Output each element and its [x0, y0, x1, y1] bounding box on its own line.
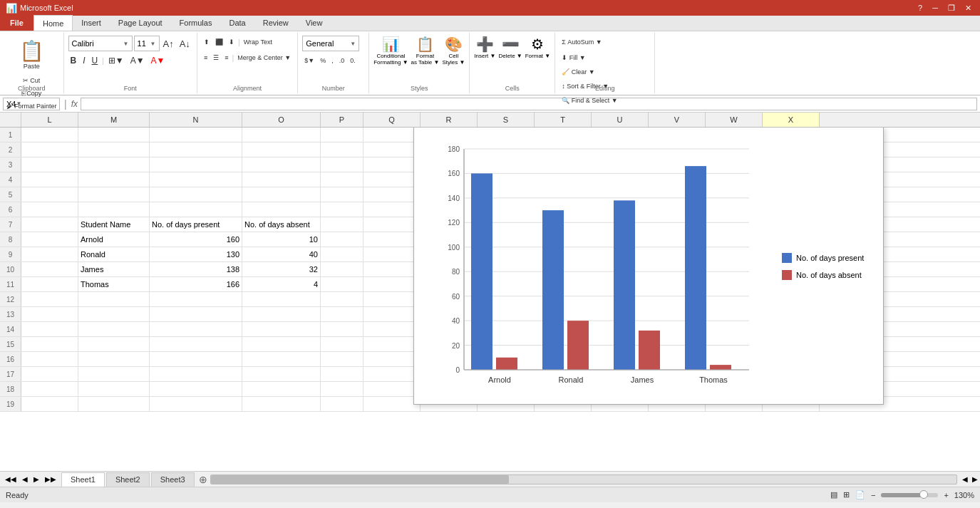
row-num-17[interactable]: 17: [0, 367, 21, 381]
zoom-out-btn[interactable]: −: [871, 491, 875, 499]
cell-Q1[interactable]: [363, 128, 421, 142]
cell-N2[interactable]: [150, 142, 242, 157]
italic-button[interactable]: I: [81, 54, 87, 67]
paste-button[interactable]: 📋 Paste: [16, 36, 47, 73]
minimize-btn[interactable]: ─: [929, 4, 941, 13]
add-sheet-btn[interactable]: ⊕: [199, 474, 207, 485]
col-header-S[interactable]: S: [478, 113, 535, 127]
col-header-P[interactable]: P: [321, 113, 363, 127]
row-num-9[interactable]: 9: [0, 247, 21, 261]
row-num-11[interactable]: 11: [0, 277, 21, 291]
cell-N13[interactable]: [150, 307, 242, 321]
tab-data[interactable]: Data: [220, 15, 254, 31]
cell-M4[interactable]: [78, 172, 150, 187]
delete-button[interactable]: ➖ Delete ▼: [498, 36, 522, 59]
cell-O18[interactable]: [242, 382, 321, 396]
increase-decimal-button[interactable]: .0: [337, 54, 347, 67]
horizontal-scrollbar[interactable]: [210, 475, 957, 484]
cell-L4[interactable]: [21, 172, 78, 187]
bold-button[interactable]: B: [68, 54, 79, 67]
borders-button[interactable]: ⊞▼: [106, 54, 126, 67]
cell-Q4[interactable]: [363, 172, 421, 187]
cell-L5[interactable]: [21, 187, 78, 202]
cell-Q14[interactable]: [363, 322, 421, 336]
comma-button[interactable]: ,: [329, 54, 336, 67]
cell-O13[interactable]: [242, 307, 321, 321]
cell-L18[interactable]: [21, 382, 78, 396]
close-btn[interactable]: ✕: [962, 4, 974, 13]
cell-P3[interactable]: [321, 157, 363, 172]
autosum-button[interactable]: Σ AutoSum ▼: [559, 36, 604, 48]
cell-N7[interactable]: No. of days present: [150, 217, 242, 232]
cell-P1[interactable]: [321, 128, 363, 142]
cell-O5[interactable]: [242, 187, 321, 202]
row-num-13[interactable]: 13: [0, 307, 21, 321]
cell-M12[interactable]: [78, 292, 150, 306]
row-num-10[interactable]: 10: [0, 262, 21, 276]
tab-insert[interactable]: Insert: [73, 15, 110, 31]
col-header-R[interactable]: R: [421, 113, 478, 127]
sheet-prev-btn[interactable]: ◀: [20, 475, 30, 484]
cell-M19[interactable]: [78, 397, 150, 411]
cell-P2[interactable]: [321, 142, 363, 157]
align-bottom-button[interactable]: ⬇: [227, 36, 237, 48]
cell-L15[interactable]: [21, 337, 78, 351]
cell-M10[interactable]: James: [78, 262, 150, 276]
cell-N3[interactable]: [150, 157, 242, 172]
scroll-left-btn[interactable]: ◀: [960, 475, 970, 484]
tab-page-layout[interactable]: Page Layout: [110, 15, 171, 31]
underline-button[interactable]: U: [90, 54, 100, 67]
cell-N6[interactable]: [150, 202, 242, 217]
row-num-2[interactable]: 2: [0, 142, 21, 157]
find-select-button[interactable]: 🔍 Find & Select ▼: [559, 94, 619, 107]
fill-color-button[interactable]: A▼: [128, 54, 147, 67]
cell-L11[interactable]: [21, 277, 78, 291]
cell-M14[interactable]: [78, 322, 150, 336]
cell-P19[interactable]: [321, 397, 363, 411]
cell-L2[interactable]: [21, 142, 78, 157]
col-header-V[interactable]: V: [649, 113, 706, 127]
cell-M9[interactable]: Ronald: [78, 247, 150, 261]
fill-button[interactable]: ⬇ Fill ▼: [559, 51, 587, 64]
cell-O7[interactable]: No. of days absent: [242, 217, 321, 232]
cell-Q18[interactable]: [363, 382, 421, 396]
cell-P6[interactable]: [321, 202, 363, 217]
cell-M16[interactable]: [78, 352, 150, 366]
font-size-input[interactable]: [138, 39, 149, 48]
cell-Q13[interactable]: [363, 307, 421, 321]
row-num-16[interactable]: 16: [0, 352, 21, 366]
cell-M17[interactable]: [78, 367, 150, 381]
cell-P15[interactable]: [321, 337, 363, 351]
cell-P11[interactable]: [321, 277, 363, 291]
clear-button[interactable]: 🧹 Clear ▼: [559, 66, 597, 78]
align-left-button[interactable]: ≡: [202, 51, 210, 64]
col-header-N[interactable]: N: [150, 113, 242, 127]
cell-styles-button[interactable]: 🎨 CellStyles ▼: [442, 36, 465, 66]
cell-Q10[interactable]: [363, 262, 421, 276]
cell-P13[interactable]: [321, 307, 363, 321]
align-right-button[interactable]: ≡: [222, 51, 230, 64]
cell-P10[interactable]: [321, 262, 363, 276]
cell-Q8[interactable]: [363, 232, 421, 247]
sheet-tab-sheet1[interactable]: Sheet1: [61, 472, 105, 487]
page-layout-icon[interactable]: ⊞: [843, 490, 850, 499]
cell-O12[interactable]: [242, 292, 321, 306]
col-header-M[interactable]: M: [78, 113, 150, 127]
align-top-button[interactable]: ⬆: [202, 36, 212, 48]
sheet-tab-sheet2[interactable]: Sheet2: [106, 472, 150, 487]
chart-container[interactable]: 020406080100120140160180ArnoldRonaldJame…: [413, 127, 884, 405]
scroll-right-btn[interactable]: ▶: [970, 475, 980, 484]
cell-P4[interactable]: [321, 172, 363, 187]
font-size-dropdown[interactable]: ▼: [134, 36, 160, 51]
cell-N14[interactable]: [150, 322, 242, 336]
cell-L17[interactable]: [21, 367, 78, 381]
cell-P9[interactable]: [321, 247, 363, 261]
decrease-decimal-button[interactable]: 0.: [348, 54, 358, 67]
cell-M11[interactable]: Thomas: [78, 277, 150, 291]
cell-O19[interactable]: [242, 397, 321, 411]
cell-N5[interactable]: [150, 187, 242, 202]
conditional-formatting-button[interactable]: 📊 ConditionalFormatting ▼: [373, 36, 408, 66]
sheet-tab-sheet3[interactable]: Sheet3: [151, 472, 195, 487]
cell-M5[interactable]: [78, 187, 150, 202]
cell-N16[interactable]: [150, 352, 242, 366]
